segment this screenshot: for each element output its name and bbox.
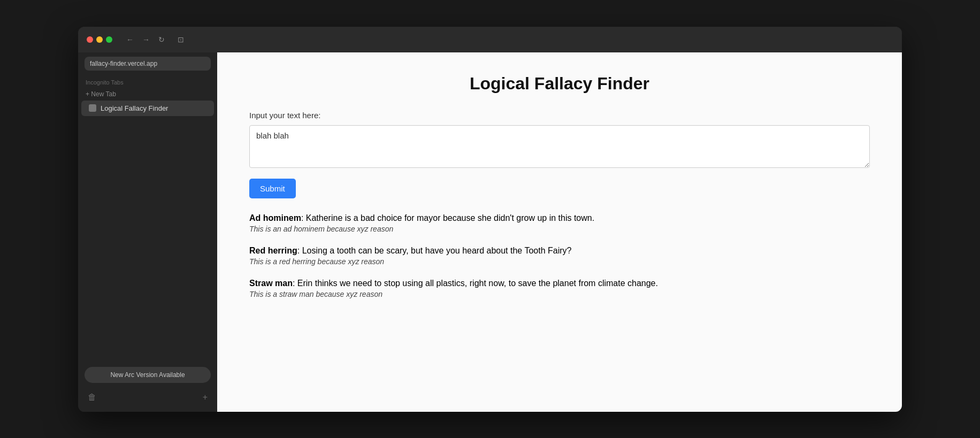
fallacy-name: Straw man [249,279,293,288]
browser-window: ← → ↻ ⊡ Incognito Tabs + New Tab Logical… [78,27,902,412]
forward-button[interactable]: → [139,33,153,46]
add-tab-icon-button[interactable]: + [201,390,210,404]
sidebar: Incognito Tabs + New Tab Logical Fallacy… [78,52,217,412]
refresh-button[interactable]: ↻ [155,33,168,46]
new-tab-button[interactable]: + New Tab [78,88,217,101]
archive-icon-button[interactable]: 🗑 [86,390,98,404]
results-section: Ad hominem: Katherine is a bad choice fo… [249,213,870,298]
url-bar-container [78,52,217,77]
url-bar[interactable] [85,57,211,71]
browser-body: Incognito Tabs + New Tab Logical Fallacy… [78,52,902,412]
maximize-button[interactable] [106,36,112,43]
nav-buttons: ← → ↻ [123,33,168,46]
new-arc-version-button[interactable]: New Arc Version Available [85,367,211,383]
submit-button[interactable]: Submit [249,179,296,198]
fallacy-reason: This is an ad hominem because xyz reason [249,225,870,233]
main-content: Logical Fallacy Finder Input your text h… [217,52,902,412]
fallacy-reason: This is a straw man because xyz reason [249,290,870,298]
fallacy-item: Straw man: Erin thinks we need to stop u… [249,279,870,298]
incognito-label: Incognito Tabs [78,77,217,88]
sidebar-tab-fallacy-finder[interactable]: Logical Fallacy Finder [81,101,214,116]
sidebar-bottom: 🗑 + [78,387,217,408]
tab-label: Logical Fallacy Finder [101,104,168,112]
input-label: Input your text here: [249,111,870,120]
fallacy-name: Ad hominem [249,213,301,222]
fallacy-reason: This is a red herring because xyz reason [249,257,870,266]
close-button[interactable] [87,36,93,43]
traffic-lights [87,36,112,43]
page-title: Logical Fallacy Finder [249,74,870,94]
tab-favicon [89,104,96,112]
fallacy-item: Ad hominem: Katherine is a bad choice fo… [249,213,870,233]
minimize-button[interactable] [96,36,103,43]
fallacy-item: Red herring: Losing a tooth can be scary… [249,246,870,266]
title-bar: ← → ↻ ⊡ [78,27,902,52]
back-button[interactable]: ← [123,33,137,46]
fallacy-name: Red herring [249,246,297,255]
text-input[interactable]: blah blah [249,125,870,168]
split-view-button[interactable]: ⊡ [174,33,187,46]
